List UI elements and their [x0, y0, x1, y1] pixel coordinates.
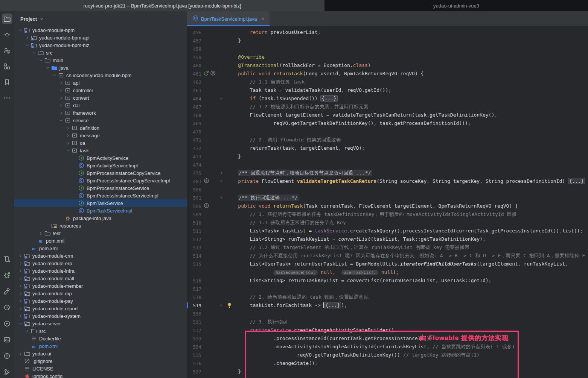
tree-item-package-info-java[interactable]: package-info.java [14, 214, 187, 222]
structure-tool-icon[interactable] [2, 61, 12, 71]
tree-item-yudao-module-bpm[interactable]: yudao-module-bpm [14, 26, 187, 34]
tree-item-api[interactable]: api [14, 79, 187, 87]
chevron-down-icon[interactable] [17, 320, 24, 326]
tree-item-license[interactable]: LICENSE [14, 365, 187, 372]
services-tool-icon[interactable] [2, 318, 12, 329]
tree-item-pom-xml[interactable]: mpom.xml [14, 342, 187, 350]
tree-item-cn-iocoder-yudao-module-bpm[interactable]: cn.iocoder.yudao.module.bpm [14, 71, 187, 79]
tree-item-src[interactable]: src [14, 49, 187, 56]
chevron-right-icon[interactable] [58, 95, 64, 101]
chevron-right-icon[interactable] [58, 80, 64, 86]
tree-item-bpmprocessinstancecopyservice[interactable]: IBpmProcessInstanceCopyService [14, 169, 187, 177]
chevron-down-icon[interactable] [58, 117, 64, 123]
tree-item-task[interactable]: task [14, 147, 187, 154]
tree-item--gitignore[interactable]: .gitignore [14, 357, 187, 365]
chevron-right-icon[interactable] [17, 305, 24, 311]
tree-item-yudao-module-crm[interactable]: yudao-module-crm [14, 252, 187, 260]
tree-item-dal[interactable]: dal [14, 102, 187, 109]
more-tools-icon[interactable] [2, 93, 12, 103]
tree-item-bpmprocessinstanceservice[interactable]: IBpmProcessInstanceService [14, 184, 187, 192]
chevron-right-icon[interactable] [17, 268, 24, 274]
git-tool-icon[interactable] [2, 367, 12, 377]
fold-marker[interactable] [218, 179, 225, 184]
tree-item-yudao-module-mp[interactable]: yudao-module-mp [14, 290, 187, 297]
chevron-down-icon[interactable] [65, 147, 71, 153]
tab-bpmtaskserviceimpl[interactable]: C BpmTaskServiceImpl.java × [187, 11, 270, 26]
debug-tool-icon[interactable] [2, 270, 12, 280]
chevron-down-icon[interactable] [51, 72, 58, 78]
chevron-right-icon[interactable] [17, 283, 24, 289]
commit-tool-icon[interactable] [2, 29, 12, 40]
fold-marker[interactable] [218, 96, 225, 101]
chevron-right-icon[interactable] [58, 87, 64, 93]
implements-marker-icon[interactable]: I [204, 70, 209, 77]
project-tool-icon[interactable] [2, 14, 12, 24]
tree-item-yudao-ui[interactable]: yudao-ui [14, 350, 187, 357]
tree-item-bpmtaskservice[interactable]: IBpmTaskService [14, 199, 187, 207]
tree-item-dockerfile[interactable]: Dockerfile [14, 335, 187, 342]
annotation-marker-icon[interactable]: @ [204, 178, 209, 185]
chevron-right-icon[interactable] [24, 328, 30, 334]
intention-bulb-icon[interactable] [227, 302, 232, 309]
chevron-right-icon[interactable] [17, 313, 24, 319]
tree-item-pom-xml[interactable]: mpom.xml [14, 237, 187, 244]
chevron-right-icon[interactable] [58, 102, 64, 108]
close-icon[interactable]: × [261, 16, 264, 22]
chevron-right-icon[interactable] [65, 125, 71, 131]
tree-item-definition[interactable]: definition [14, 124, 187, 132]
tree-item-convert[interactable]: convert [14, 94, 187, 102]
fold-marker[interactable] [218, 303, 225, 308]
tree-item-bpmprocessinstancecopyserviceimpl[interactable]: CBpmProcessInstanceCopyServiceImpl [14, 177, 187, 184]
tree-item-bpmtaskserviceimpl[interactable]: CBpmTaskServiceImpl [14, 207, 187, 214]
chevron-down-icon[interactable] [17, 27, 24, 33]
tree-item-controller[interactable]: controller [14, 87, 187, 94]
chevron-down-icon[interactable] [31, 50, 37, 56]
tree-item-yudao-server[interactable]: yudao-server [14, 320, 187, 327]
terminal-tool-icon[interactable] [2, 334, 12, 345]
tree-item-yudao-module-erp[interactable]: yudao-module-erp [14, 260, 187, 267]
tree-item-yudao-module-pay[interactable]: yudao-module-pay [14, 297, 187, 305]
chevron-right-icon[interactable] [38, 230, 44, 236]
tree-item-yudao-module-mall[interactable]: yudao-module-mall [14, 275, 187, 282]
run-tool-icon[interactable] [2, 254, 12, 264]
folded-region[interactable]: {...} [568, 178, 585, 184]
profiler-tool-icon[interactable] [2, 302, 12, 313]
folded-region[interactable]: {...} [320, 95, 337, 102]
chevron-right-icon[interactable] [17, 260, 24, 266]
chevron-right-icon[interactable] [17, 298, 24, 304]
tree-item-framework[interactable]: framework [14, 109, 187, 117]
fold-marker[interactable] [218, 196, 225, 200]
chevron-right-icon[interactable] [65, 140, 71, 146]
pull-requests-tool-icon[interactable]: ? [2, 45, 12, 56]
chevron-right-icon[interactable] [65, 132, 71, 138]
tree-item-test[interactable]: test [14, 229, 187, 237]
tree-item-yudao-module-bpm-api[interactable]: yudao-module-bpm-api [14, 34, 187, 41]
tree-item-java[interactable]: java [14, 64, 187, 71]
tree-item-lombok-config[interactable]: lombok.config [14, 372, 187, 378]
tree-item-yudao-module-infra[interactable]: yudao-module-infra [14, 267, 187, 275]
tree-item-yudao-module-system[interactable]: yudao-module-system [14, 312, 187, 320]
folded-region[interactable]: {...} [324, 302, 341, 308]
bookmarks-tool-icon[interactable] [2, 77, 12, 87]
chevron-right-icon[interactable] [17, 290, 24, 296]
annotation-marker-icon[interactable]: @ [210, 70, 216, 77]
tree-item-bpmactivityserviceimpl[interactable]: CBpmActivityServiceImpl [14, 162, 187, 169]
chevron-right-icon[interactable] [17, 275, 24, 281]
chevron-right-icon[interactable] [58, 110, 64, 116]
tree-item-yudao-module-bpm-biz[interactable]: yudao-module-bpm-biz [14, 41, 187, 49]
tree-item-yudao-module-member[interactable]: yudao-module-member [14, 282, 187, 290]
chevron-right-icon[interactable] [17, 253, 24, 259]
build-tool-icon[interactable] [2, 286, 12, 296]
tree-item-oa[interactable]: oa [14, 139, 187, 147]
fold-marker[interactable] [218, 171, 225, 175]
chevron-down-icon[interactable] [38, 57, 44, 63]
chevron-right-icon[interactable] [17, 351, 24, 357]
chevron-right-icon[interactable] [24, 35, 30, 41]
annotation-marker-icon[interactable]: @ [204, 203, 209, 210]
tree-item-bpmprocessinstanceserviceimpl[interactable]: CBpmProcessInstanceServiceImpl [14, 192, 187, 199]
tree-item-pom-xml[interactable]: mpom.xml [14, 244, 187, 252]
tree-item-yudao-module-report[interactable]: yudao-module-report [14, 305, 187, 312]
code-area[interactable]: 456 return previousUserList;457 }458459 … [187, 26, 588, 378]
tree-item-src[interactable]: src [14, 327, 187, 335]
project-panel-header[interactable]: Project [14, 11, 187, 26]
